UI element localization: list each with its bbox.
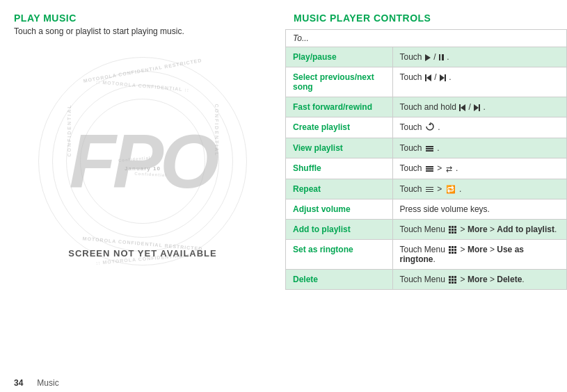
action-desc: Touch > ⇄ . (392, 158, 566, 179)
table-row: Play/pause Touch / . (286, 47, 567, 67)
action-label: Shuffle (286, 158, 393, 179)
table-row: Adjust volume Press side volume keys. (286, 199, 567, 219)
table-row: Fast forward/rewind Touch and hold / . (286, 97, 567, 117)
table-row: Repeat Touch > 🔁 . (286, 179, 567, 199)
action-label: Adjust volume (286, 199, 393, 219)
right-panel: MUSIC PLAYER CONTROLS To... Play/pause T… (285, 0, 567, 374)
screen-not-available-label: SCREEN NOT YET AVAILABLE (14, 248, 271, 259)
fpo-watermark: FPO (69, 123, 216, 199)
menu-lines-icon2 (426, 166, 433, 172)
action-label: Add to playlist (286, 219, 393, 239)
table-row: Add to playlist Touch Menu > More > Add … (286, 219, 567, 239)
left-panel-title: PLAY MUSIC (14, 13, 271, 24)
action-label: Delete (286, 269, 393, 289)
repeat-icon: 🔁 (446, 185, 456, 194)
action-desc: Touch > 🔁 . (392, 179, 566, 199)
table-row: View playlist Touch . (286, 138, 567, 158)
table-row: Shuffle Touch > ⇄ . (286, 158, 567, 179)
table-row: Set as ringtone Touch Menu > More > Use … (286, 239, 567, 269)
prev-icon (425, 74, 431, 81)
fpo-area: MOTOROLA CONFIDENTIAL RESTRICTED :: MOTO… (14, 43, 271, 279)
action-label: Set as ringtone (286, 239, 393, 269)
menu-grid-icon (449, 226, 456, 234)
table-row: Create playlist Touch . (286, 117, 567, 138)
action-desc: Touch / . (392, 67, 566, 97)
action-desc: Touch and hold / . (392, 97, 566, 117)
action-desc: Press side volume keys. (392, 199, 566, 219)
menu-lines-icon3 (426, 187, 433, 193)
page-number: 34 (14, 378, 23, 388)
action-desc: Touch Menu > More > Use as ringtone. (392, 239, 566, 269)
action-desc: Touch Menu > More > Add to playlist. (392, 219, 566, 239)
ff-icon (474, 104, 480, 111)
right-panel-title: MUSIC PLAYER CONTROLS (285, 0, 567, 29)
action-desc: Touch Menu > More > Delete. (392, 269, 566, 289)
left-panel: PLAY MUSIC Touch a song or playlist to s… (0, 0, 285, 374)
table-header-cell: To... (286, 30, 567, 47)
header-to-label: To... (293, 33, 309, 43)
action-desc: Touch . (392, 117, 566, 138)
action-desc: Touch / . (392, 47, 566, 67)
action-label: Play/pause (286, 47, 393, 67)
left-panel-subtitle: Touch a song or playlist to start playin… (14, 26, 271, 36)
footer-section: Music (37, 378, 58, 388)
table-row: Select previous/next song Touch / . (286, 67, 567, 97)
shuffle-icon: ⇄ (446, 165, 452, 174)
action-label: Select previous/next song (286, 67, 393, 97)
rew-icon (459, 104, 465, 111)
action-label: Fast forward/rewind (286, 97, 393, 117)
menu-lines-icon (426, 146, 433, 152)
play-icon (425, 54, 431, 61)
action-label: Repeat (286, 179, 393, 199)
table-row: Delete Touch Menu > More > Delete. (286, 269, 567, 289)
table-header-row: To... (286, 30, 567, 47)
action-label: View playlist (286, 138, 393, 158)
pause-icon (439, 54, 444, 60)
menu-grid-icon3 (449, 276, 456, 284)
page-footer: 34 Music (0, 374, 567, 392)
menu-grid-icon2 (449, 246, 456, 254)
create-playlist-icon (426, 122, 434, 133)
next-icon (440, 74, 446, 81)
action-label: Create playlist (286, 117, 393, 138)
action-desc: Touch . (392, 138, 566, 158)
controls-table: To... Play/pause Touch / . (285, 29, 567, 290)
